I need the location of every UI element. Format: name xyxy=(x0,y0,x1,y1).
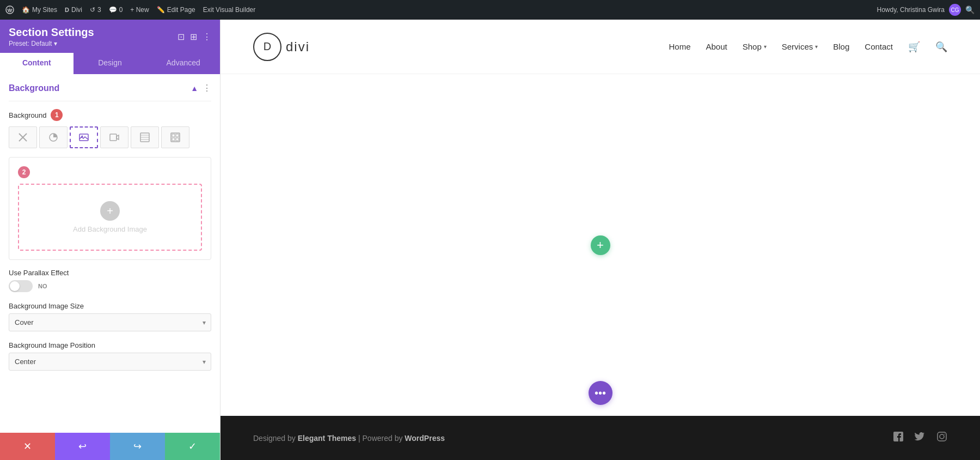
more-options-icon: ••• xyxy=(595,387,606,400)
image-size-label: Background Image Size xyxy=(9,302,211,310)
tab-content[interactable]: Content xyxy=(0,53,74,74)
bg-type-none[interactable] xyxy=(9,126,37,148)
admin-bar-my-sites[interactable]: 🏠 My Sites xyxy=(22,6,57,14)
left-panel: Section Settings Preset: Default ▾ ⊡ ⊞ ⋮… xyxy=(0,20,220,460)
admin-bar-wordpress[interactable]: W xyxy=(5,5,14,14)
svg-text:W: W xyxy=(8,8,13,13)
site-logo: D divi xyxy=(253,33,310,61)
panel-header: Section Settings Preset: Default ▾ ⊡ ⊞ ⋮ xyxy=(0,20,220,53)
nav-services-label: Services xyxy=(782,42,813,51)
admin-bar-right: Howdy, Christina Gwira CG 🔍 xyxy=(877,4,975,16)
svg-rect-7 xyxy=(110,134,117,141)
responsive-icon[interactable]: ⊡ xyxy=(177,32,185,42)
section-more-icon[interactable]: ⋮ xyxy=(203,83,211,93)
split-view-icon[interactable]: ⊞ xyxy=(190,32,197,42)
cancel-icon: ✕ xyxy=(23,440,32,452)
nav-services[interactable]: Services ▾ xyxy=(782,42,818,51)
admin-bar-edit-page[interactable]: ✏️ Edit Page xyxy=(157,6,195,14)
footer-text: Designed by Elegant Themes | Powered by … xyxy=(253,434,445,443)
parallax-toggle[interactable] xyxy=(9,280,33,292)
image-position-wrapper: Center Top Left Top Center Top Right Cen… xyxy=(9,353,211,371)
bg-type-video[interactable] xyxy=(100,126,128,148)
more-options-button[interactable]: ••• xyxy=(589,381,612,405)
avatar: CG xyxy=(949,4,961,16)
divider xyxy=(9,101,211,101)
admin-bar-comments[interactable]: 💬 0 xyxy=(109,6,123,14)
parallax-toggle-row: NO xyxy=(9,280,211,292)
image-size-field: Background Image Size Cover Contain Auto… xyxy=(9,302,211,331)
wordpress-icon: W xyxy=(5,5,14,14)
admin-bar-exit-builder[interactable]: Exit Visual Builder xyxy=(203,6,256,14)
admin-search-icon[interactable]: 🔍 xyxy=(965,5,975,14)
content-section: + xyxy=(220,74,980,416)
edit-page-label: Edit Page xyxy=(167,6,195,14)
nav-home-label: Home xyxy=(669,42,690,51)
bg-type-pattern[interactable] xyxy=(161,126,189,148)
tab-advanced[interactable]: Advanced xyxy=(146,53,220,74)
my-sites-label: My Sites xyxy=(32,6,57,14)
refresh-count: 3 xyxy=(97,6,101,14)
parallax-field: Use Parallax Effect NO xyxy=(9,269,211,292)
undo-button[interactable]: ↩ xyxy=(55,433,110,460)
image-position-field: Background Image Position Center Top Lef… xyxy=(9,341,211,371)
nav-about-label: About xyxy=(706,42,727,51)
cart-icon[interactable]: 🛒 xyxy=(908,41,920,53)
logo-letter: D xyxy=(264,40,271,53)
facebook-icon[interactable] xyxy=(893,431,904,445)
new-label: + New xyxy=(130,6,149,14)
nav-blog-label: Blog xyxy=(833,42,849,51)
image-upload-box[interactable]: + Add Background Image xyxy=(18,184,202,251)
nav-shop[interactable]: Shop ▾ xyxy=(743,42,767,51)
footer-social xyxy=(893,431,947,445)
svg-rect-14 xyxy=(176,134,179,137)
section-header-right: ▲ ⋮ xyxy=(191,83,211,93)
footer-wordpress: WordPress xyxy=(405,434,445,443)
nav-contact-label: Contact xyxy=(865,42,893,51)
nav-contact[interactable]: Contact xyxy=(865,42,893,51)
add-section-button[interactable]: + xyxy=(591,235,610,255)
refresh-icon: ↺ xyxy=(90,6,95,14)
bg-type-color[interactable] xyxy=(39,126,68,148)
save-button[interactable]: ✓ xyxy=(165,433,220,460)
image-size-wrapper: Cover Contain Auto Custom ▾ xyxy=(9,313,211,331)
site-content: + ••• xyxy=(220,74,980,416)
site-nav: Home About Shop ▾ Services ▾ Blog Contac xyxy=(669,41,947,53)
panel-preset[interactable]: Preset: Default ▾ xyxy=(9,40,94,47)
divi-icon: D xyxy=(65,7,69,13)
parallax-toggle-label: NO xyxy=(38,283,47,289)
toggle-knob xyxy=(10,281,20,291)
main-layout: Section Settings Preset: Default ▾ ⊡ ⊞ ⋮… xyxy=(0,20,980,460)
add-image-btn[interactable]: + xyxy=(100,201,120,221)
nav-home[interactable]: Home xyxy=(669,42,690,51)
action-bar: ✕ ↩ ↪ ✓ xyxy=(0,433,220,460)
edit-icon: ✏️ xyxy=(157,6,165,14)
bg-type-image[interactable] xyxy=(70,126,98,148)
image-upload-area: 2 + Add Background Image xyxy=(9,157,211,260)
background-section-header: Background ▲ ⋮ xyxy=(9,83,211,93)
redo-button[interactable]: ↪ xyxy=(110,433,165,460)
admin-bar-new[interactable]: + New xyxy=(130,6,149,14)
nav-about[interactable]: About xyxy=(706,42,727,51)
bg-type-gradient[interactable] xyxy=(131,126,159,148)
cancel-button[interactable]: ✕ xyxy=(0,433,55,460)
panel-header-icons: ⊡ ⊞ ⋮ xyxy=(177,32,211,42)
nav-search-icon[interactable]: 🔍 xyxy=(935,41,947,53)
panel-header-left: Section Settings Preset: Default ▾ xyxy=(9,26,94,47)
background-type-tabs xyxy=(9,126,211,148)
tab-design[interactable]: Design xyxy=(74,53,147,74)
parallax-label: Use Parallax Effect xyxy=(9,269,211,277)
panel-tabs: Content Design Advanced xyxy=(0,53,220,74)
admin-bar-refresh[interactable]: ↺ 3 xyxy=(90,6,101,14)
twitter-icon[interactable] xyxy=(915,431,926,445)
image-position-select[interactable]: Center Top Left Top Center Top Right Cen… xyxy=(9,353,211,371)
more-panel-icon[interactable]: ⋮ xyxy=(203,32,211,42)
nav-blog[interactable]: Blog xyxy=(833,42,849,51)
image-size-select[interactable]: Cover Contain Auto Custom xyxy=(9,313,211,331)
collapse-icon[interactable]: ▲ xyxy=(191,84,198,93)
admin-bar-divi[interactable]: D Divi xyxy=(65,6,82,14)
instagram-icon[interactable] xyxy=(936,431,947,445)
footer-separator: | xyxy=(358,434,363,443)
exit-builder-label: Exit Visual Builder xyxy=(203,6,256,14)
svg-point-19 xyxy=(944,434,945,435)
save-icon: ✓ xyxy=(188,440,197,452)
